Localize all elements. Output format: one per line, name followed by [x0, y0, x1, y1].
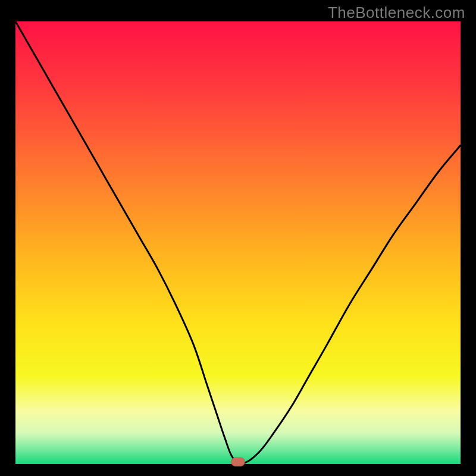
watermark-text: TheBottleneck.com	[328, 4, 465, 22]
plot-background	[15, 21, 461, 464]
optimal-point-marker	[231, 458, 245, 466]
chart-frame: TheBottleneck.com	[0, 0, 476, 476]
bottleneck-chart	[0, 0, 476, 476]
